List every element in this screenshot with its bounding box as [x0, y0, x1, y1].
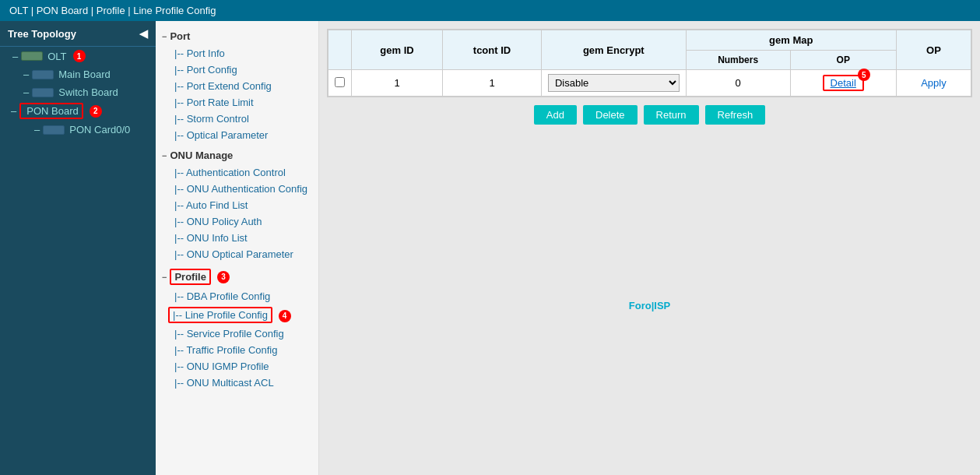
delete-button[interactable]: Delete — [583, 105, 638, 125]
sidebar-collapse-icon[interactable]: ◀ — [139, 27, 148, 40]
nav-item-onu-optical-param[interactable]: |-- ONU Optical Parameter — [156, 246, 318, 262]
switch-board-label: Switch Board — [58, 86, 118, 98]
gem-id-header: gem ID — [352, 30, 443, 70]
nav-item-onu-info-list[interactable]: |-- ONU Info List — [156, 230, 318, 246]
nav-item-auth-control[interactable]: |-- Authentication Control — [156, 164, 318, 181]
nav-section-port-header[interactable]: − Port — [156, 27, 318, 45]
nav-section-profile-header[interactable]: − Profile 3 — [156, 266, 318, 288]
tcont-id-cell: 1 — [443, 70, 542, 97]
nav-item-storm-control[interactable]: |-- Storm Control — [156, 111, 318, 127]
onu-collapse-icon[interactable]: − — [162, 151, 167, 160]
nav-section-port: − Port |-- Port Info |-- Port Config |--… — [156, 27, 318, 143]
gem-table: gem ID tcont ID gem Encrypt gem Map OP N… — [328, 30, 971, 97]
op-sub-header: OP — [790, 51, 896, 70]
app-header: OLT | PON Board | Profile | Line Profile… — [0, 0, 980, 21]
port-collapse-icon[interactable]: − — [162, 32, 167, 41]
watermark-prefix: Foro — [629, 300, 652, 311]
nav-item-port-rate-limit[interactable]: |-- Port Rate Limit — [156, 94, 318, 111]
return-button[interactable]: Return — [644, 105, 699, 125]
main-layout: Tree Topology ◀ – OLT 1 – Main Board – S… — [0, 21, 980, 475]
nav-item-port-config[interactable]: |-- Port Config — [156, 62, 318, 78]
nav-panel: − Port |-- Port Info |-- Port Config |--… — [156, 21, 319, 475]
row-checkbox[interactable] — [335, 77, 345, 87]
profile-badge: 3 — [217, 271, 230, 283]
gem-id-cell: 1 — [352, 70, 443, 97]
tree-item-pon-card[interactable]: – PON Card0/0 — [0, 121, 156, 139]
numbers-sub-header: Numbers — [686, 51, 790, 70]
pon-card-label: PON Card0/0 — [69, 124, 130, 135]
watermark-suffix: ISP — [654, 300, 670, 311]
nav-item-port-info[interactable]: |-- Port Info — [156, 45, 318, 62]
tree-item-pon-board[interactable]: – PON Board 2 — [0, 101, 156, 121]
tree-item-switch-board[interactable]: – Switch Board — [0, 83, 156, 101]
watermark-area: Foro|ISP — [327, 132, 972, 467]
main-panel: gem ID tcont ID gem Encrypt gem Map OP N… — [319, 21, 980, 475]
tcont-id-header: tcont ID — [443, 30, 542, 70]
gem-encrypt-header: gem Encrypt — [541, 30, 686, 70]
breadcrumb: OLT | PON Board | Profile | Line Profile… — [9, 5, 216, 16]
olt-label: OLT — [47, 51, 66, 62]
refresh-button[interactable]: Refresh — [705, 105, 766, 125]
nav-item-service-profile[interactable]: |-- Service Profile Config — [156, 325, 318, 342]
pon-board-badge: 2 — [90, 105, 102, 118]
gem-map-header: gem Map — [686, 30, 896, 51]
port-section-label: Port — [170, 30, 190, 42]
apply-button[interactable]: Apply — [921, 77, 947, 89]
nav-section-profile: − Profile 3 |-- DBA Profile Config |-- L… — [156, 266, 318, 391]
nav-section-onu-header[interactable]: − ONU Manage — [156, 146, 318, 164]
tree-item-olt[interactable]: – OLT 1 — [0, 47, 156, 65]
op-header: OP — [896, 30, 971, 70]
nav-section-onu-manage: − ONU Manage |-- Authentication Control … — [156, 146, 318, 262]
nav-item-onu-multicast[interactable]: |-- ONU Multicast ACL — [156, 375, 318, 391]
detail-cell[interactable]: Detail 5 — [790, 70, 896, 97]
profile-collapse-icon[interactable]: − — [162, 273, 167, 282]
row-checkbox-cell[interactable] — [328, 70, 352, 97]
watermark-text: Foro|ISP — [629, 283, 671, 316]
olt-badge: 1 — [73, 50, 86, 62]
nav-item-dba-profile[interactable]: |-- DBA Profile Config — [156, 288, 318, 304]
tree-item-main-board[interactable]: – Main Board — [0, 65, 156, 83]
nav-item-port-extend-config[interactable]: |-- Port Extend Config — [156, 78, 318, 94]
detail-badge: 5 — [858, 69, 870, 81]
select-all-header — [328, 30, 352, 70]
data-table-container: gem ID tcont ID gem Encrypt gem Map OP N… — [327, 29, 972, 97]
apply-cell[interactable]: Apply — [896, 70, 971, 97]
nav-item-line-profile[interactable]: |-- Line Profile Config 4 — [156, 304, 318, 325]
main-board-label: Main Board — [58, 69, 110, 80]
numbers-cell: 0 — [686, 70, 790, 97]
add-button[interactable]: Add — [534, 105, 577, 125]
nav-item-optical-parameter[interactable]: |-- Optical Parameter — [156, 127, 318, 143]
nav-item-traffic-profile[interactable]: |-- Traffic Profile Config — [156, 342, 318, 358]
line-profile-badge: 4 — [279, 310, 291, 322]
sidebar: Tree Topology ◀ – OLT 1 – Main Board – S… — [0, 21, 156, 475]
switch-board-icon — [32, 88, 54, 97]
pon-board-label: PON Board — [26, 105, 78, 117]
table-row: 1 1 Disable Enable 0 D — [328, 70, 971, 97]
nav-item-onu-auth-config[interactable]: |-- ONU Authentication Config — [156, 181, 318, 197]
nav-item-auto-find[interactable]: |-- Auto Find List — [156, 197, 318, 213]
pon-card-icon — [43, 125, 65, 135]
main-board-icon — [32, 70, 54, 79]
olt-device-icon — [21, 51, 43, 61]
profile-section-label: Profile — [170, 269, 210, 285]
detail-button[interactable]: Detail — [831, 77, 856, 89]
gem-encrypt-cell[interactable]: Disable Enable — [541, 70, 686, 97]
sidebar-title: Tree Topology ◀ — [0, 21, 156, 47]
content-area: − Port |-- Port Info |-- Port Config |--… — [156, 21, 980, 475]
nav-item-onu-igmp[interactable]: |-- ONU IGMP Profile — [156, 358, 318, 375]
action-buttons: Add Delete Return Refresh — [327, 97, 972, 132]
gem-encrypt-select[interactable]: Disable Enable — [548, 74, 680, 92]
nav-item-onu-policy-auth[interactable]: |-- ONU Policy Auth — [156, 213, 318, 230]
onu-section-label: ONU Manage — [170, 150, 233, 161]
sidebar-title-label: Tree Topology — [8, 28, 76, 40]
